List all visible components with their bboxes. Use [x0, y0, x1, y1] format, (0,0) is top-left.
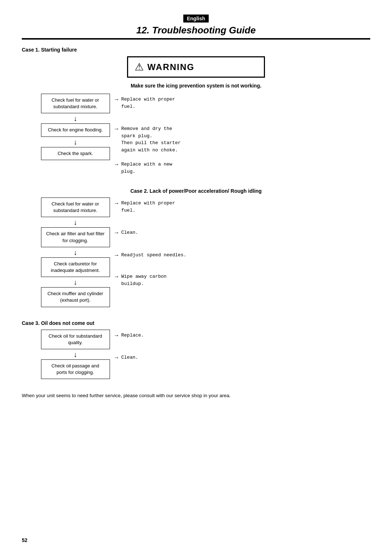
case2-check-3: Check carburetor for inadequate adjustme… [41, 257, 110, 277]
case1-right-arrow-2: → [114, 126, 119, 132]
case1-check-3: Check the spark. [41, 147, 110, 160]
case1-section: Case 1. Starting failure ⚠ WARNING Make … [22, 47, 370, 175]
case2-result-1: Replace with properfuel. [121, 200, 175, 214]
case1-result-3: Replace with a newplug. [121, 161, 172, 175]
case2-check-2: Check air filter and fuel filter for clo… [41, 227, 110, 247]
page-container: English 12. Troubleshooting Guide Case 1… [0, 0, 392, 554]
language-badge: English [183, 15, 209, 23]
case3-result-2: Clean. [121, 354, 138, 361]
case2-result-3: Readjust speed needles. [121, 252, 186, 259]
case1-flow-left: Check fuel for water or substandard mixt… [40, 94, 111, 175]
case2-heading: Case 2. Lack of power/Poor acceleration/… [22, 188, 370, 194]
case2-flow-left: Check fuel for water or substandard mixt… [40, 197, 111, 307]
footer-note: When your unit seems to need further ser… [22, 392, 370, 399]
case1-heading: Case 1. Starting failure [22, 47, 370, 53]
case1-flow-right: → Replace with properfuel. → Remove and … [111, 94, 370, 175]
case2-check-4: Check muffler and cylinder (exhaust port… [41, 287, 110, 307]
case3-flow-right: → Replace. → Clean. [111, 330, 370, 379]
case1-result-1: Replace with properfuel. [121, 96, 175, 110]
case2-arrow-down-2: ↓ [74, 249, 77, 256]
case1-right-arrow-1: → [114, 96, 119, 103]
case2-section: Case 2. Lack of power/Poor acceleration/… [22, 188, 370, 307]
case2-right-arrow-3: → [114, 252, 119, 258]
case1-right-arrow-3: → [114, 161, 119, 168]
case3-check-1: Check oil for substandard quality. [41, 330, 110, 349]
case2-check-1: Check fuel for water or substandard mixt… [41, 197, 110, 217]
page-number: 52 [22, 537, 28, 543]
case1-arrow-down-1: ↓ [74, 115, 77, 122]
case3-heading: Case 3. Oil does not come out [22, 320, 370, 326]
case1-check-2: Check for engine flooding. [41, 123, 110, 137]
case3-right-arrow-2: → [114, 354, 119, 361]
warning-icon: ⚠ [135, 61, 144, 73]
case2-result-2: Clean. [121, 229, 138, 236]
case2-arrow-down-3: ↓ [74, 278, 77, 286]
case3-right-arrow-1: → [114, 332, 119, 339]
header-divider [22, 38, 370, 40]
case1-arrow-down-2: ↓ [74, 138, 77, 146]
case3-check-2: Check oil passage and ports for clogging… [41, 359, 110, 379]
case2-right-arrow-2: → [114, 229, 119, 236]
case2-result-4: Wipe away carbonbuildup. [121, 273, 167, 287]
case2-flow: Check fuel for water or substandard mixt… [22, 197, 370, 307]
warning-label: WARNING [147, 62, 195, 72]
case2-flow-right: → Replace with properfuel. → Clean. → Re… [111, 197, 370, 307]
case2-right-arrow-4: → [114, 273, 119, 280]
warning-box: ⚠ WARNING [127, 56, 265, 78]
case1-check-1: Check fuel for water or substandard mixt… [41, 94, 110, 113]
warning-subtext: Make sure the icing prevention system is… [22, 83, 370, 89]
case1-flow: Check fuel for water or substandard mixt… [22, 94, 370, 175]
case3-flow: Check oil for substandard quality. ↓ Che… [22, 330, 370, 379]
case3-section: Case 3. Oil does not come out Check oil … [22, 320, 370, 379]
case2-right-arrow-1: → [114, 200, 119, 207]
case3-result-1: Replace. [121, 332, 144, 339]
case1-result-2: Remove and dry thespark plug.Then pull t… [121, 125, 181, 154]
page-title: 12. Troubleshooting Guide [22, 25, 370, 36]
case3-arrow-down-1: ↓ [74, 351, 77, 358]
case2-arrow-down-1: ↓ [74, 219, 77, 226]
case3-flow-left: Check oil for substandard quality. ↓ Che… [40, 330, 111, 379]
